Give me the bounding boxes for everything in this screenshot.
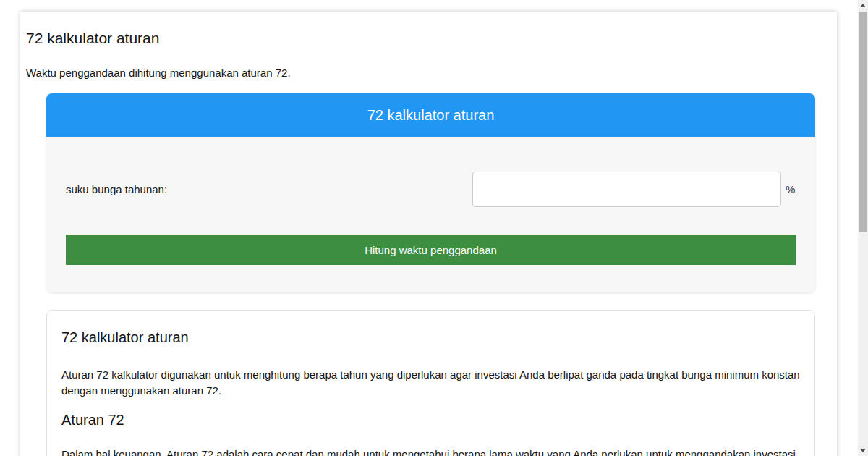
calculator-body: suku bunga tahunan: % Hitung waktu pengg… [46, 137, 815, 292]
vertical-scrollbar[interactable] [858, 0, 868, 456]
article-body-text: Dalam hal keuangan, Aturan 72 adalah car… [61, 447, 800, 456]
calculator-card: 72 kalkulator aturan suku bunga tahunan:… [46, 93, 815, 292]
scrollbar-thumb[interactable] [859, 12, 867, 232]
interest-rate-label: suku bunga tahunan: [66, 183, 472, 195]
page-intro-text: Waktu penggandaan dihitung menggunakan a… [26, 67, 831, 79]
scrollbar-down-button[interactable] [858, 445, 868, 456]
page-title: 72 kalkulator aturan [26, 30, 831, 47]
article-card: 72 kalkulator aturan Aturan 72 kalkulato… [46, 310, 815, 456]
calculator-header-title: 72 kalkulator aturan [367, 107, 495, 124]
calculate-doubling-time-button[interactable]: Hitung waktu penggandaan [66, 235, 796, 265]
interest-rate-row: suku bunga tahunan: % [66, 172, 796, 207]
scroll-down-arrow-icon [860, 449, 866, 452]
article-subheading: Aturan 72 [61, 412, 800, 428]
article-heading: 72 kalkulator aturan [61, 329, 800, 346]
scroll-up-arrow-icon [860, 4, 866, 7]
page-container: 72 kalkulator aturan Waktu penggandaan d… [20, 12, 837, 456]
article-description: Aturan 72 kalkulator digunakan untuk men… [61, 367, 800, 398]
scrollbar-up-button[interactable] [858, 0, 868, 11]
percent-unit-label: % [786, 183, 795, 195]
interest-rate-input[interactable] [472, 172, 781, 207]
calculator-header: 72 kalkulator aturan [46, 93, 815, 137]
